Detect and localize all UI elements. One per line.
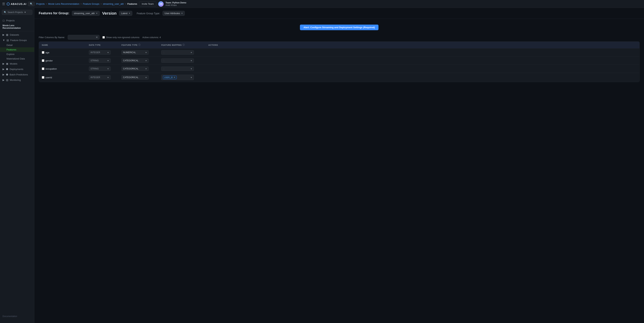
data-type-select-age[interactable]: INTEGER ▼	[89, 50, 110, 55]
sidebar-deployments-label: Deployments	[10, 68, 23, 70]
td-feature-type-gender: CATEGORICAL | ▼	[118, 57, 158, 64]
breadcrumb-feature-groups[interactable]: Feature Groups	[83, 2, 99, 5]
td-name-gender: gender	[39, 57, 86, 64]
documentation-link[interactable]: Documentation	[0, 313, 34, 320]
invite-team-button[interactable]: Invite Team	[139, 1, 156, 6]
filter-label: Filter Columns By Name:	[39, 36, 65, 39]
td-feature-type-userid: CATEGORICAL | ▼	[118, 73, 158, 82]
feature-group-type-select[interactable]: User Attributes ▼	[162, 11, 185, 16]
sidebar-item-monitoring[interactable]: ▶ ▨ Monitoring	[0, 77, 34, 83]
row-checkbox-occupation[interactable]	[42, 67, 44, 70]
sidebar-item-label: Projects	[6, 19, 15, 22]
row-name-age: age	[46, 51, 50, 54]
sidebar-batch-predictions-label: Batch Predictions	[10, 73, 28, 76]
td-name-age: age	[39, 48, 86, 56]
user-info: Team: Python Demo Ankit Khare	[166, 1, 186, 6]
chevron-right-icon-monitoring: ▶	[2, 78, 4, 81]
batch-predictions-icon: ⬣	[6, 73, 8, 76]
user-id-tag-label: USER_ID	[164, 76, 173, 78]
td-feature-mapping-occupation: | ▼	[158, 65, 206, 73]
feature-type-select-userid[interactable]: CATEGORICAL | ▼	[122, 75, 148, 80]
feature-mapping-select-occupation[interactable]: | ▼	[161, 66, 194, 71]
th-actions: ACTIONS	[206, 42, 640, 48]
row-checkbox-age[interactable]	[42, 51, 44, 54]
menu-toggle-icon[interactable]: ☰	[2, 2, 5, 6]
main-header: Features for Group: streaming_user_attr …	[34, 8, 644, 19]
logo: ⬡ ABACUS.AI	[6, 2, 26, 6]
data-type-select-gender[interactable]: STRING ▼	[89, 58, 110, 63]
td-name-userid: userId	[39, 73, 86, 82]
sidebar-item-batch-predictions[interactable]: ▶ ⬣ Batch Predictions	[0, 72, 34, 77]
datasets-icon: ▦	[6, 33, 8, 36]
feature-type-select-occupation[interactable]: CATEGORICAL | ▼	[122, 66, 148, 71]
feature-mapping-select-age[interactable]: | ▼	[161, 50, 194, 55]
user-id-tag-remove-icon[interactable]: ✕	[174, 76, 176, 79]
td-data-type-gender: STRING ▼	[86, 57, 118, 64]
breadcrumb-sep-4: >	[125, 2, 126, 5]
monitoring-icon: ▨	[6, 78, 8, 81]
td-actions-age	[206, 48, 640, 56]
sidebar-item-feature-groups[interactable]: ▼ ▤ Feature Groups	[0, 37, 34, 43]
breadcrumb-sep-3: >	[100, 2, 102, 5]
search-projects-label: Search Projects	[8, 11, 23, 13]
user-name: Ankit Khare	[166, 4, 186, 6]
th-feature-type: FEATURE TYPE ⓘ	[118, 42, 158, 48]
sidebar-item-deployments[interactable]: ▶ ⬢ Deployments	[0, 66, 34, 72]
sidebar-item-models[interactable]: ▶ ▣ Models	[0, 61, 34, 66]
td-data-type-userid: INTEGER ▼	[86, 73, 118, 82]
data-type-caret-icon-occupation: ▼	[107, 68, 109, 70]
data-type-select-occupation[interactable]: STRING ▼	[89, 66, 110, 71]
feature-mapping-select-gender[interactable]: | ▼	[161, 58, 194, 63]
main-content: Features for Group: streaming_user_attr …	[34, 8, 644, 323]
alert-banner[interactable]: Alert: Configure Streaming and Deploymen…	[300, 24, 378, 30]
mapping-caret-icon-userid: ▼	[190, 76, 192, 78]
feature-type-caret-icon-occupation: ▼	[145, 68, 147, 70]
feature-group-type-label: Feature Group Type:	[137, 12, 160, 15]
search-icon: 🔍	[30, 2, 33, 5]
sidebar-sub-detail[interactable]: Detail	[0, 43, 34, 47]
sidebar-sub-features[interactable]: Features	[0, 47, 34, 52]
version-select[interactable]: Latest ▼	[119, 11, 132, 16]
show-non-ignored-checkbox[interactable]	[102, 36, 105, 38]
td-feature-mapping-gender: | ▼	[158, 57, 206, 64]
row-checkbox-gender[interactable]	[42, 59, 44, 62]
table-row: occupation STRING ▼ CATEGORICAL | ▼	[39, 65, 640, 73]
mapping-caret-icon-occupation: ▼	[190, 68, 192, 70]
sidebar-item-datasets[interactable]: ▶ ▦ Datasets	[0, 32, 34, 37]
feature-type-caret-icon-userid: ▼	[145, 76, 147, 78]
table-row: userId INTEGER ▼ CATEGORICAL | ▼	[39, 73, 640, 82]
breadcrumb-movie-lens[interactable]: Movie Lens Recommendation	[48, 2, 79, 5]
td-data-type-occupation: STRING ▼	[86, 65, 118, 73]
feature-mapping-select-userid[interactable]: USER_ID ✕ | ▼	[161, 75, 194, 80]
feature-type-caret-icon-gender: ▼	[145, 60, 147, 62]
sidebar-sub-materialized-data[interactable]: Materialized Data	[0, 56, 34, 61]
show-non-ignored-checkbox-row[interactable]: Show only non-ignored columns	[102, 36, 139, 39]
sidebar-item-projects[interactable]: ◻ Projects	[0, 18, 34, 23]
chevron-right-icon-batch: ▶	[2, 73, 4, 76]
sidebar-project-name[interactable]: Movie Lens Recommendation	[0, 23, 34, 30]
breadcrumb-sep-1: >	[46, 2, 47, 5]
feature-type-select-gender[interactable]: CATEGORICAL | ▼	[122, 58, 148, 63]
data-type-caret-icon-userid: ▼	[107, 76, 109, 78]
topnav: ☰ ⬡ ABACUS.AI 🔍 Projects > Movie Lens Re…	[0, 0, 644, 8]
breadcrumb-streaming-user-attr[interactable]: streaming_user_attr	[103, 2, 124, 5]
logo-icon: ⬡	[6, 2, 10, 6]
search-projects-input[interactable]: 🔍 Search Projects ▼	[2, 10, 32, 15]
show-non-ignored-label: Show only non-ignored columns	[106, 36, 139, 39]
active-columns-label: Active columns: 4	[142, 36, 161, 39]
feature-type-select-age[interactable]: NUMERICAL | ▼	[122, 50, 148, 55]
filter-input[interactable]	[69, 36, 95, 39]
feature-groups-icon: ▤	[6, 39, 9, 42]
row-checkbox-userid[interactable]	[42, 76, 44, 79]
data-type-caret-icon-gender: ▼	[107, 60, 109, 62]
global-search-button[interactable]: 🔍	[28, 2, 35, 6]
filter-clear-icon[interactable]: ✕	[96, 36, 98, 39]
group-select[interactable]: streaming_user_attr ▼	[72, 11, 100, 16]
sidebar: 🔍 Search Projects ▼ ◻ Projects Movie Len…	[0, 8, 34, 323]
data-type-select-userid[interactable]: INTEGER ▼	[89, 75, 110, 80]
breadcrumb-projects[interactable]: Projects	[36, 2, 45, 5]
sidebar-sub-explore[interactable]: Explore	[0, 52, 34, 56]
feature-mapping-help-icon[interactable]: ⓘ	[182, 43, 185, 46]
th-feature-mapping: FEATURE MAPPING ⓘ	[158, 42, 206, 48]
feature-type-help-icon[interactable]: ⓘ	[138, 43, 141, 46]
